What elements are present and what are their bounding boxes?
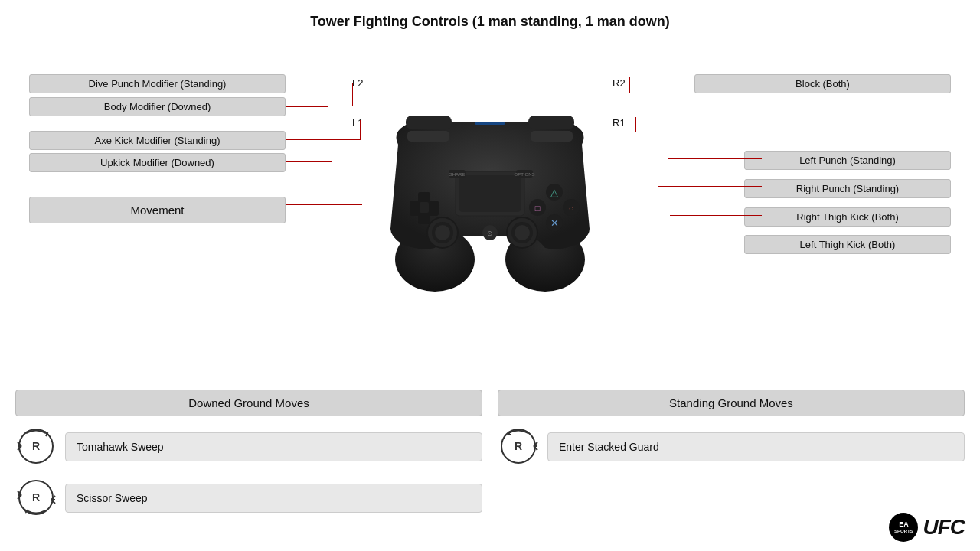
l2-bottom-label: Body Modifier (Downed) <box>29 97 286 116</box>
downed-ground-moves-title: Downed Ground Moves <box>15 390 482 416</box>
svg-rect-12 <box>407 131 449 142</box>
scissor-sweep-label: Scissor Sweep <box>65 484 482 513</box>
right-punch-label: Right Punch (Standing) <box>744 179 951 198</box>
svg-text:□: □ <box>535 204 541 213</box>
enter-stacked-guard-label: Enter Stacked Guard <box>547 432 965 461</box>
svg-text:✕: ✕ <box>550 217 559 229</box>
scissor-sweep-row: R Scissor Sweep <box>15 477 482 519</box>
r1-line <box>635 122 762 122</box>
svg-point-19 <box>435 225 450 240</box>
l2-top-line <box>286 83 353 83</box>
svg-text:△: △ <box>550 187 558 198</box>
left-punch-line <box>668 158 762 159</box>
right-thigh-kick-label: Right Thigh Kick (Both) <box>744 207 951 227</box>
movement-line <box>286 204 362 205</box>
logo-area: EA SPORTS UFC <box>889 513 965 542</box>
l1-top-label: Axe Kick Modifier (Standing) <box>29 131 286 150</box>
l2-top-label: Dive Punch Modifier (Standing) <box>29 74 286 93</box>
r2-top-line <box>629 83 789 83</box>
controller-image: ⊙ SHARE OPTIONS △ □ <box>352 83 628 298</box>
svg-text:SHARE: SHARE <box>449 172 466 177</box>
r1-v-line <box>635 117 636 132</box>
svg-text:R: R <box>32 440 40 452</box>
enter-stacked-guard-icon: R <box>498 425 540 468</box>
svg-rect-13 <box>531 131 573 142</box>
left-punch-label: Left Punch (Standing) <box>744 151 951 170</box>
l1-bottom-line <box>286 161 332 162</box>
standing-ground-moves-panel: Standing Ground Moves R Enter Stacked Gu… <box>498 390 965 528</box>
svg-rect-16 <box>420 202 429 213</box>
tomahawk-sweep-row: R Tomahawk Sweep <box>15 425 482 468</box>
r2-v-line <box>629 77 630 93</box>
ea-sports-logo: EA SPORTS <box>889 513 918 542</box>
bottom-section: Downed Ground Moves R Tomahawk Sweep <box>15 390 965 528</box>
left-thigh-kick-line <box>668 243 762 243</box>
svg-rect-10 <box>406 116 452 129</box>
enter-stacked-guard-row: R Enter Stacked Guard <box>498 425 965 468</box>
downed-ground-moves-panel: Downed Ground Moves R Tomahawk Sweep <box>15 390 482 528</box>
standing-ground-moves-title: Standing Ground Moves <box>498 390 965 416</box>
svg-text:R: R <box>514 440 522 452</box>
svg-text:⊙: ⊙ <box>487 230 493 237</box>
tomahawk-icon: R <box>15 425 57 468</box>
movement-label: Movement <box>29 197 286 223</box>
right-punch-line <box>658 186 762 187</box>
svg-text:○: ○ <box>569 204 574 213</box>
left-thigh-kick-label: Left Thigh Kick (Both) <box>744 235 951 254</box>
l2-bottom-line <box>286 106 328 107</box>
l1-top-line <box>286 139 361 140</box>
ufc-logo: UFC <box>923 515 965 540</box>
right-thigh-kick-line <box>670 215 762 216</box>
svg-point-22 <box>514 225 530 240</box>
svg-text:R: R <box>32 491 40 504</box>
scissor-icon: R <box>15 477 57 519</box>
controller-area: Dive Punch Modifier (Standing) Body Modi… <box>0 30 980 351</box>
l1-bottom-label: Upkick Modifier (Downed) <box>29 153 286 172</box>
svg-text:OPTIONS: OPTIONS <box>514 172 534 177</box>
svg-rect-31 <box>475 122 505 125</box>
svg-rect-3 <box>459 175 521 212</box>
page-title: Tower Fighting Controls (1 man standing,… <box>0 0 980 30</box>
svg-rect-11 <box>528 116 574 129</box>
block-label: Block (Both) <box>694 74 951 93</box>
tomahawk-sweep-label: Tomahawk Sweep <box>65 432 482 461</box>
